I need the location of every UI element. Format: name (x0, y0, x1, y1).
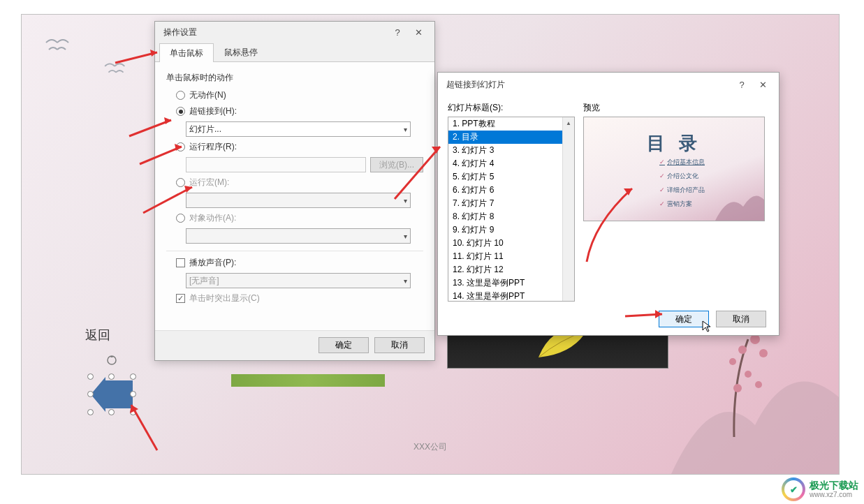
hyperlink-target-combo[interactable]: 幻灯片...▾ (186, 121, 411, 137)
help-button[interactable]: ? (387, 24, 408, 40)
dialog-titlebar[interactable]: 超链接到幻灯片 ? ✕ (438, 73, 779, 96)
radio-none[interactable] (176, 91, 185, 100)
list-label: 幻灯片标题(S): (448, 102, 575, 114)
tab-mouse-hover[interactable]: 鼠标悬停 (214, 43, 268, 61)
list-item[interactable]: 11. 幻灯片 11 (448, 250, 574, 263)
dialog-title: 超链接到幻灯片 (446, 79, 505, 91)
slide-footer: XXX公司 (413, 441, 447, 453)
list-item[interactable]: 2. 目录 (448, 131, 574, 144)
list-item[interactable]: 4. 幻灯片 4 (448, 157, 574, 170)
slide-listbox[interactable]: 1. PPT教程2. 目录3. 幻灯片 34. 幻灯片 45. 幻灯片 56. … (448, 117, 575, 302)
dialog-title: 操作设置 (163, 27, 197, 38)
radio-hyperlink-label: 超链接到(H): (189, 105, 237, 117)
checkbox-highlight[interactable] (176, 294, 185, 303)
svg-point-6 (755, 381, 762, 388)
close-button[interactable]: ✕ (752, 76, 773, 93)
highlight-label: 单击时突出显示(C) (189, 292, 260, 304)
svg-point-4 (745, 371, 752, 378)
resize-handle[interactable] (87, 373, 94, 380)
svg-point-1 (750, 334, 760, 344)
rotate-handle-icon[interactable] (106, 355, 117, 366)
list-item[interactable]: 14. 这里是举例PPT (448, 290, 574, 302)
list-item[interactable]: 8. 幻灯片 8 (448, 210, 574, 223)
list-item[interactable]: 3. 幻灯片 3 (448, 144, 574, 157)
help-button[interactable]: ? (731, 76, 752, 93)
radio-none-label: 无动作(N) (189, 89, 226, 101)
dialog-tabs: 单击鼠标 鼠标悬停 (155, 43, 434, 62)
bird-decoration-icon (103, 60, 129, 75)
preview-item: ✓详细介绍产品 (659, 186, 705, 195)
program-path-input[interactable] (186, 157, 366, 172)
list-item[interactable]: 6. 幻灯片 6 (448, 184, 574, 197)
watermark: ✔ 极光下载站 www.xz7.com (782, 477, 858, 501)
list-item[interactable]: 5. 幻灯片 5 (448, 170, 574, 184)
back-arrow-shape[interactable] (91, 377, 133, 412)
resize-handle[interactable] (130, 373, 136, 380)
return-text-label: 返回 (85, 327, 110, 343)
object-action-combo: ▾ (186, 228, 411, 244)
radio-object-action-label: 对象动作(A): (189, 212, 236, 224)
radio-run-macro-label: 运行宏(M): (189, 177, 229, 188)
hyperlink-slide-dialog: 超链接到幻灯片 ? ✕ 幻灯片标题(S): 1. PPT教程2. 目录3. 幻灯… (437, 72, 779, 336)
preview-item: ✓介绍基本信息 (659, 158, 705, 167)
radio-hyperlink[interactable] (176, 107, 185, 116)
checkbox-play-sound[interactable] (176, 258, 185, 267)
radio-run-program[interactable] (176, 142, 185, 151)
list-item[interactable]: 9. 幻灯片 9 (448, 223, 574, 237)
list-item[interactable]: 7. 幻灯片 7 (448, 197, 574, 210)
resize-handle[interactable] (108, 373, 115, 380)
chevron-down-icon: ▾ (404, 126, 407, 133)
bird-decoration-icon (45, 36, 73, 53)
resize-handle[interactable] (130, 391, 136, 397)
radio-run-program-label: 运行程序(R): (189, 141, 237, 153)
preview-item: ✓介绍公文化 (659, 172, 698, 181)
browse-button[interactable]: 浏览(B)... (370, 157, 423, 172)
dialog-titlebar[interactable]: 操作设置 ? ✕ (155, 22, 434, 43)
list-item[interactable]: 1. PPT教程 (448, 117, 574, 131)
svg-point-3 (759, 349, 768, 357)
chevron-down-icon: ▾ (404, 277, 407, 285)
close-button[interactable]: ✕ (408, 24, 429, 40)
combo-value: 幻灯片... (189, 124, 221, 135)
preview-item: ✓营销方案 (659, 200, 692, 209)
svg-point-2 (729, 358, 736, 365)
watermark-url: www.xz7.com (810, 491, 858, 498)
tab-mouse-click[interactable]: 单击鼠标 (159, 43, 214, 62)
resize-handle[interactable] (87, 409, 94, 415)
radio-run-macro[interactable] (176, 178, 185, 187)
resize-handle[interactable] (87, 391, 94, 397)
list-item[interactable]: 13. 这里是举例PPT (448, 276, 574, 290)
resize-handle[interactable] (130, 409, 136, 415)
chevron-down-icon: ▾ (404, 232, 407, 240)
sound-combo: [无声音]▾ (186, 273, 411, 288)
macro-combo: ▾ (186, 193, 411, 208)
arrow-left-icon (91, 377, 133, 412)
cancel-button[interactable]: 取消 (716, 311, 766, 327)
ok-button[interactable]: 确定 (659, 311, 709, 327)
slide-preview: 目 录 ✓介绍基本信息 ✓介绍公文化 ✓详细介绍产品 ✓营销方案 (583, 117, 765, 221)
resize-handle[interactable] (108, 409, 115, 415)
svg-point-5 (733, 384, 742, 392)
chevron-down-icon: ▾ (404, 197, 407, 205)
scrollbar[interactable]: ▲ (562, 117, 574, 301)
svg-point-0 (738, 346, 747, 354)
action-settings-dialog: 操作设置 ? ✕ 单击鼠标 鼠标悬停 单击鼠标时的动作 无动作(N) 超链接到(… (154, 21, 435, 361)
play-sound-label: 播放声音(P): (189, 257, 236, 269)
sound-value: [无声音] (189, 275, 219, 287)
cancel-button[interactable]: 取消 (374, 337, 425, 353)
preview-title: 目 录 (647, 131, 701, 156)
preview-label: 预览 (583, 102, 769, 114)
list-item[interactable]: 10. 幻灯片 10 (448, 237, 574, 250)
ok-button[interactable]: 确定 (318, 337, 369, 353)
section-label: 单击鼠标时的动作 (166, 72, 423, 84)
grass-image (231, 374, 385, 387)
radio-object-action[interactable] (176, 214, 185, 223)
watermark-name: 极光下载站 (810, 480, 858, 491)
watermark-logo-icon: ✔ (782, 477, 805, 501)
list-item[interactable]: 12. 幻灯片 12 (448, 263, 574, 276)
